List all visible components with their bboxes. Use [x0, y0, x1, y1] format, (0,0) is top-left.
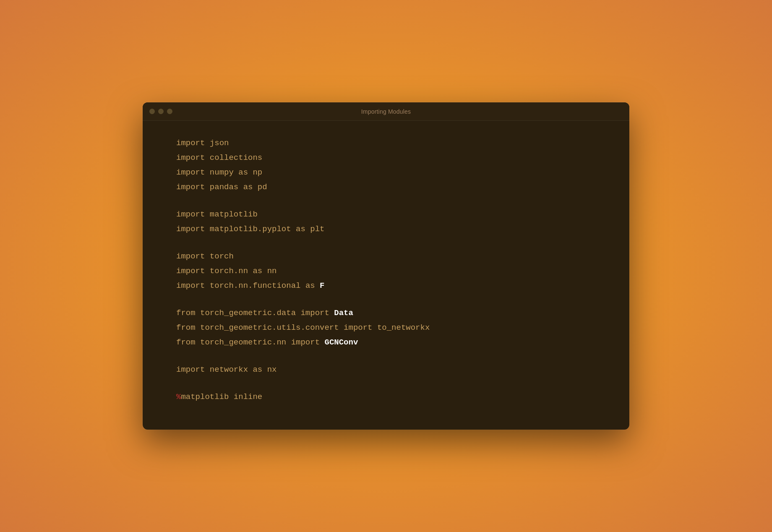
window-title: Importing Modules: [361, 108, 411, 115]
alias: plt: [305, 224, 325, 234]
keyword: import: [176, 252, 205, 261]
module-name: json: [205, 138, 229, 148]
module-name: matplotlib.pyplot: [205, 224, 296, 234]
alias: nn: [262, 266, 276, 276]
blank-line: [176, 377, 609, 390]
keyword: from: [176, 338, 196, 347]
terminal-window: Importing Modules import json import col…: [143, 102, 629, 430]
maximize-button[interactable]: [167, 109, 172, 114]
blank-line: [176, 293, 609, 306]
magic-symbol: %: [176, 392, 181, 402]
keyword-as: as: [243, 183, 253, 192]
keyword: import: [176, 365, 205, 374]
blank-line: [176, 237, 609, 249]
keyword: import: [176, 266, 205, 276]
keyword-as: as: [253, 266, 262, 276]
keyword: from: [176, 308, 196, 318]
blank-line: [176, 195, 609, 208]
code-line: from torch_geometric.data import Data: [176, 306, 609, 321]
code-line: import torch.nn.functional as F: [176, 279, 609, 293]
module-name: torch_geometric.data: [196, 308, 301, 318]
keyword-as: as: [296, 224, 305, 234]
keyword-as: as: [238, 168, 248, 177]
keyword-import: import: [300, 308, 329, 318]
close-button[interactable]: [149, 109, 155, 114]
keyword: import: [176, 281, 205, 290]
keyword-as: as: [305, 281, 315, 290]
module-name: torch: [205, 252, 233, 261]
module-name: pandas: [205, 183, 243, 192]
code-line: import matplotlib: [176, 207, 609, 222]
module-name: networkx: [205, 365, 253, 374]
code-line: import json: [176, 136, 609, 151]
code-line: import collections: [176, 151, 609, 165]
code-line: from torch_geometric.utils.convert impor…: [176, 321, 609, 335]
traffic-lights: [149, 109, 172, 114]
alias: pd: [253, 183, 267, 192]
keyword-import: import: [344, 323, 372, 332]
keyword-as: as: [253, 365, 262, 374]
code-line: import torch: [176, 249, 609, 264]
module-name: torch_geometric.nn: [196, 338, 291, 347]
alias: nx: [262, 365, 276, 374]
code-line: import pandas as pd: [176, 180, 609, 195]
alias: np: [248, 168, 262, 177]
module-name: matplotlib: [205, 210, 257, 219]
keyword: import: [176, 210, 205, 219]
magic-command: matplotlib inline: [181, 392, 262, 402]
blank-line: [176, 350, 609, 362]
keyword: import: [176, 153, 205, 162]
titlebar: Importing Modules: [143, 102, 629, 121]
code-line: import matplotlib.pyplot as plt: [176, 222, 609, 237]
module-name: collections: [205, 153, 262, 162]
module-name: torch.nn.functional: [205, 281, 305, 290]
module-name: numpy: [205, 168, 238, 177]
keyword: import: [176, 183, 205, 192]
import-special: GCNConv: [320, 338, 358, 347]
keyword: import: [176, 138, 205, 148]
keyword-import: import: [291, 338, 320, 347]
import-special: Data: [329, 308, 353, 318]
keyword: import: [176, 224, 205, 234]
import-name: to_networkx: [373, 323, 430, 332]
alias-special: F: [315, 281, 325, 290]
code-line: %matplotlib inline: [176, 390, 609, 404]
keyword: from: [176, 323, 196, 332]
module-name: torch_geometric.utils.convert: [196, 323, 344, 332]
code-line: import networkx as nx: [176, 362, 609, 377]
code-line: import torch.nn as nn: [176, 264, 609, 279]
code-line: import numpy as np: [176, 165, 609, 180]
code-area: import json import collections import nu…: [143, 121, 629, 430]
code-line: from torch_geometric.nn import GCNConv: [176, 335, 609, 350]
module-name: torch.nn: [205, 266, 253, 276]
keyword: import: [176, 168, 205, 177]
minimize-button[interactable]: [158, 109, 164, 114]
